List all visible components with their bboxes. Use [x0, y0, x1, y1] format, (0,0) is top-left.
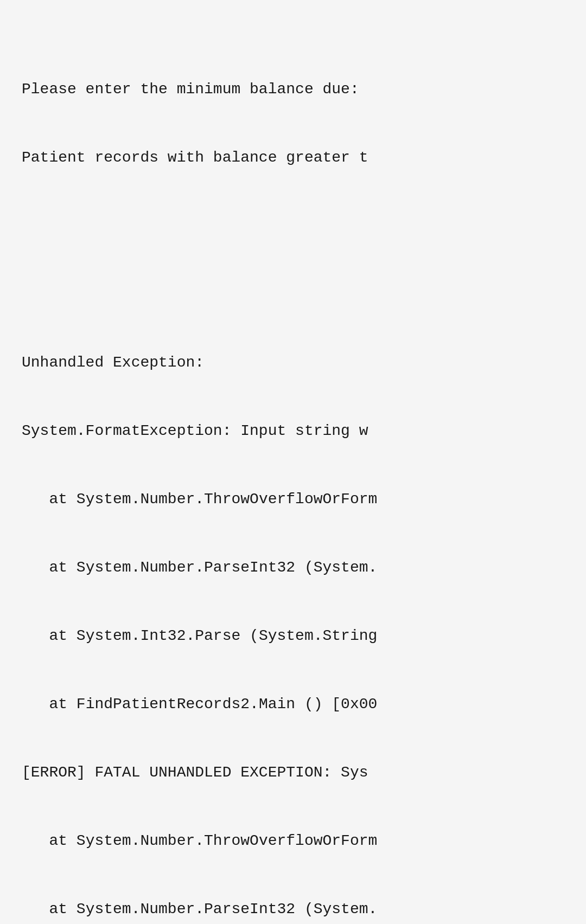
console-line-12: at System.Number.ParseInt32 (System. [22, 898, 564, 921]
console-line-6: at System.Number.ThrowOverflowOrForm [22, 488, 564, 511]
console-line-3 [22, 283, 564, 306]
console-line-11: at System.Number.ThrowOverflowOrForm [22, 830, 564, 852]
console-line-9: at FindPatientRecords2.Main () [0x00 [22, 693, 564, 716]
main-container: Please enter the minimum balance due: Pa… [0, 0, 586, 924]
console-line-0: Please enter the minimum balance due: [22, 78, 564, 101]
console-line-10: [ERROR] FATAL UNHANDLED EXCEPTION: Sys [22, 761, 564, 784]
console-output: Please enter the minimum balance due: Pa… [16, 22, 570, 924]
console-line-5: System.FormatException: Input string w [22, 420, 564, 442]
console-line-7: at System.Number.ParseInt32 (System. [22, 556, 564, 579]
console-line-1: Patient records with balance greater t [22, 146, 564, 169]
console-line-8: at System.Int32.Parse (System.String [22, 625, 564, 647]
console-line-4: Unhandled Exception: [22, 351, 564, 374]
console-line-2 [22, 215, 564, 238]
